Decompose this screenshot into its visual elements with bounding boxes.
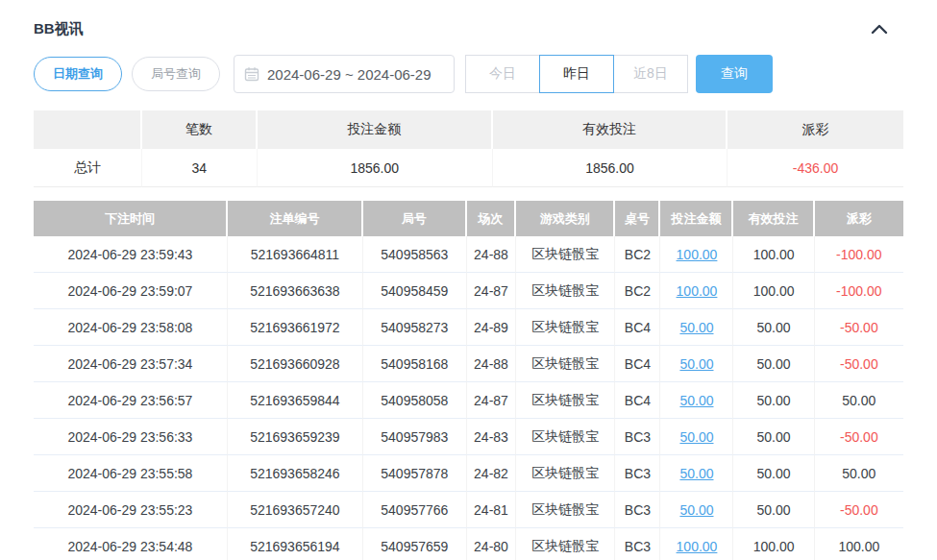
bet-amount-link[interactable]: 50.00 xyxy=(679,466,713,481)
date-range-picker[interactable]: 2024-06-29 ~ 2024-06-29 xyxy=(234,55,455,93)
records-header-row: 下注时间 注单编号 局号 场次 游戏类别 桌号 投注金额 有效投注 派彩 xyxy=(34,201,903,236)
cell-payout: 50.00 xyxy=(815,455,903,492)
cell-valid-bet: 50.00 xyxy=(733,455,814,492)
cell-game-type: 区块链骰宝 xyxy=(516,346,615,382)
cell-session: 24-88 xyxy=(467,346,517,382)
col-header-table-no: 桌号 xyxy=(615,201,660,236)
cell-payout: -50.00 xyxy=(815,492,903,528)
table-row: 2024-06-29 23:55:58 521693658246 5409578… xyxy=(34,455,903,492)
col-header-game-type: 游戏类别 xyxy=(516,201,615,236)
tab-round-query[interactable]: 局号查询 xyxy=(132,57,220,91)
cell-round-id: 540958168 xyxy=(363,346,467,382)
cell-bet-id: 521693658246 xyxy=(228,455,363,492)
quick-range-button[interactable]: 近8日 xyxy=(613,55,688,93)
cell-table-no: BC4 xyxy=(615,309,660,346)
cell-bet-id: 521693659844 xyxy=(228,382,363,419)
table-row: 2024-06-29 23:59:43 521693664811 5409585… xyxy=(34,236,903,273)
date-range-value: 2024-06-29 ~ 2024-06-29 xyxy=(267,66,432,83)
cell-valid-bet: 50.00 xyxy=(733,419,814,455)
cell-bet-id: 521693657240 xyxy=(228,492,363,528)
summary-table: 笔数 投注金额 有效投注 派彩 总计 34 1856.00 1856.00 -4… xyxy=(34,110,903,187)
bet-amount-link[interactable]: 100.00 xyxy=(677,539,718,554)
cell-bet-id: 521693659239 xyxy=(228,419,363,455)
cell-valid-bet: 50.00 xyxy=(733,492,814,528)
cell-game-type: 区块链骰宝 xyxy=(516,419,615,455)
cell-valid-bet: 100.00 xyxy=(733,273,814,309)
col-header-round-id: 局号 xyxy=(363,201,467,236)
bet-amount-link[interactable]: 50.00 xyxy=(679,356,713,372)
cell-game-type: 区块链骰宝 xyxy=(516,236,615,273)
cell-bet-time: 2024-06-29 23:54:48 xyxy=(34,528,228,560)
summary-payout-value: -436.00 xyxy=(727,149,903,187)
cell-table-no: BC4 xyxy=(615,346,660,382)
cell-bet-amount: 50.00 xyxy=(660,309,733,346)
cell-bet-id: 521693661972 xyxy=(228,309,363,346)
cell-payout: -50.00 xyxy=(815,309,903,346)
cell-bet-time: 2024-06-29 23:55:23 xyxy=(34,492,228,528)
cell-table-no: BC2 xyxy=(615,273,660,309)
quick-range-button[interactable]: 昨日 xyxy=(539,55,614,93)
summary-header-bet-amount: 投注金额 xyxy=(258,110,493,149)
table-row: 2024-06-29 23:56:33 521693659239 5409579… xyxy=(34,419,903,455)
cell-bet-amount: 100.00 xyxy=(660,273,733,309)
cell-session: 24-88 xyxy=(467,236,517,273)
table-row: 2024-06-29 23:54:48 521693656194 5409576… xyxy=(34,528,903,560)
cell-session: 24-89 xyxy=(467,309,517,346)
quick-range-button[interactable]: 今日 xyxy=(465,55,540,93)
col-header-bet-time: 下注时间 xyxy=(34,201,228,236)
cell-game-type: 区块链骰宝 xyxy=(516,309,615,346)
cell-table-no: BC3 xyxy=(615,528,660,560)
cell-bet-time: 2024-06-29 23:55:58 xyxy=(34,455,228,492)
cell-round-id: 540958058 xyxy=(363,382,467,419)
cell-session: 24-87 xyxy=(467,273,517,309)
bb-video-panel: BB视讯 日期查询 局号查询 2024-06-29 ~ 2024-06-29 今… xyxy=(0,0,937,560)
cell-bet-id: 521693663638 xyxy=(228,273,363,309)
cell-payout: 50.00 xyxy=(815,382,903,419)
cell-game-type: 区块链骰宝 xyxy=(516,492,615,528)
bet-amount-link[interactable]: 100.00 xyxy=(677,283,718,299)
bet-amount-link[interactable]: 50.00 xyxy=(679,429,713,445)
cell-session: 24-82 xyxy=(467,455,517,492)
cell-bet-amount: 100.00 xyxy=(660,528,733,560)
table-row: 2024-06-29 23:56:57 521693659844 5409580… xyxy=(34,382,903,419)
cell-table-no: BC4 xyxy=(615,382,660,419)
cell-table-no: BC3 xyxy=(615,492,660,528)
search-button[interactable]: 查询 xyxy=(696,55,773,93)
col-header-bet-amount: 投注金额 xyxy=(660,201,733,236)
cell-payout: -100.00 xyxy=(815,236,903,273)
cell-round-id: 540957766 xyxy=(363,492,467,528)
cell-valid-bet: 50.00 xyxy=(733,346,814,382)
cell-bet-id: 521693656194 xyxy=(228,528,363,560)
cell-round-id: 540957983 xyxy=(363,419,467,455)
cell-round-id: 540958459 xyxy=(363,273,467,309)
cell-bet-amount: 50.00 xyxy=(660,455,733,492)
cell-round-id: 540958273 xyxy=(363,309,467,346)
cell-bet-time: 2024-06-29 23:57:34 xyxy=(34,346,228,382)
summary-count-value: 34 xyxy=(142,149,257,187)
records-table: 下注时间 注单编号 局号 场次 游戏类别 桌号 投注金额 有效投注 派彩 202… xyxy=(34,201,903,560)
bet-amount-link[interactable]: 50.00 xyxy=(679,393,713,408)
cell-bet-time: 2024-06-29 23:59:43 xyxy=(34,236,228,273)
cell-valid-bet: 100.00 xyxy=(733,236,814,273)
records-body: 2024-06-29 23:59:43 521693664811 5409585… xyxy=(34,236,903,560)
panel-header: BB视讯 xyxy=(34,15,903,42)
tab-date-query[interactable]: 日期查询 xyxy=(34,57,122,91)
cell-bet-id: 521693664811 xyxy=(228,236,363,273)
quick-range-group: 今日昨日近8日 xyxy=(465,55,688,93)
table-row: 2024-06-29 23:58:08 521693661972 5409582… xyxy=(34,309,903,346)
collapse-button[interactable] xyxy=(871,23,888,35)
summary-header-blank xyxy=(34,110,142,149)
cell-bet-time: 2024-06-29 23:56:33 xyxy=(34,419,228,455)
table-row: 2024-06-29 23:57:34 521693660928 5409581… xyxy=(34,346,903,382)
cell-bet-time: 2024-06-29 23:58:08 xyxy=(34,309,228,346)
cell-bet-amount: 100.00 xyxy=(660,236,733,273)
summary-header-valid-bet: 有效投注 xyxy=(493,110,727,149)
bet-amount-link[interactable]: 50.00 xyxy=(679,502,713,518)
bet-amount-link[interactable]: 100.00 xyxy=(677,247,718,262)
bet-amount-link[interactable]: 50.00 xyxy=(679,320,713,335)
cell-payout: -50.00 xyxy=(815,419,903,455)
cell-round-id: 540957659 xyxy=(363,528,467,560)
col-header-valid-bet: 有效投注 xyxy=(733,201,814,236)
summary-total-row: 总计 34 1856.00 1856.00 -436.00 xyxy=(34,149,903,187)
chevron-up-icon xyxy=(871,23,888,35)
